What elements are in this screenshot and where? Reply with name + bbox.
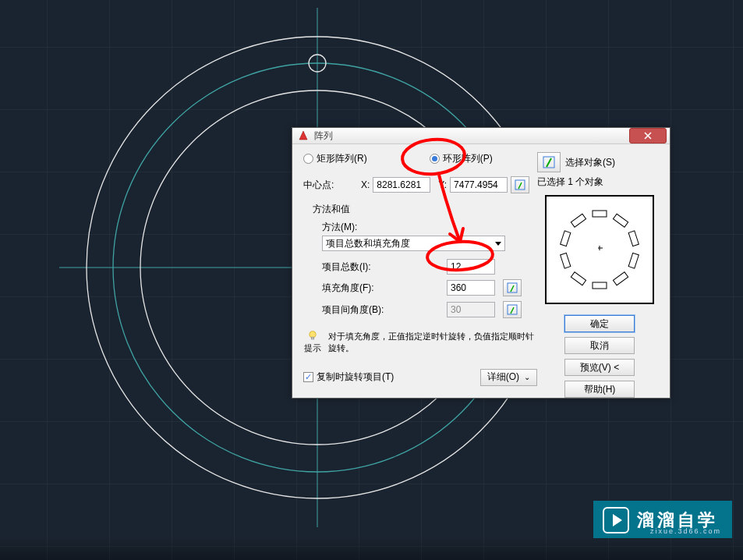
- ok-button[interactable]: 确定: [564, 315, 635, 332]
- svg-rect-12: [593, 211, 607, 217]
- svg-rect-20: [561, 231, 571, 246]
- array-preview: [545, 195, 654, 304]
- pick-point-icon: [507, 304, 518, 315]
- radio-rectangular-label: 矩形阵列(R): [317, 152, 367, 165]
- details-button[interactable]: 详细(O) ⌄: [480, 369, 537, 386]
- svg-rect-14: [628, 231, 639, 246]
- preview-button-label: 预览(V) <: [580, 361, 619, 374]
- tip-text: 对于填充角度，正值指定逆时针旋转，负值指定顺时针旋转。: [328, 331, 537, 355]
- pick-fill-angle-button[interactable]: [503, 279, 522, 296]
- x-label: X:: [361, 179, 370, 190]
- method-label: 方法(M):: [322, 221, 537, 234]
- center-y-input[interactable]: 7477.4954: [450, 177, 508, 193]
- svg-rect-17: [593, 282, 607, 289]
- method-select[interactable]: 项目总数和填充角度: [322, 236, 505, 251]
- svg-rect-21: [571, 214, 586, 227]
- fill-angle-label: 填充角度(F):: [322, 282, 416, 295]
- rotate-items-checkbox[interactable]: [303, 372, 313, 382]
- help-button-label: 帮助(H): [584, 383, 616, 396]
- array-dialog: 阵列 矩形阵列(R) 环形阵列(P) 中心点: X: 8281.6281 Y: …: [292, 127, 670, 399]
- svg-rect-13: [613, 214, 628, 227]
- cancel-button[interactable]: 取消: [564, 337, 635, 354]
- ok-button-label: 确定: [590, 317, 609, 331]
- preview-button[interactable]: 预览(V) <: [564, 359, 635, 376]
- dialog-title: 阵列: [314, 129, 333, 143]
- bottom-shadow: [0, 537, 743, 560]
- total-items-label: 项目总数(I):: [322, 261, 416, 274]
- method-select-value: 项目总数和填充角度: [326, 237, 410, 250]
- rotate-items-label: 复制时旋转项目(T): [317, 370, 394, 384]
- center-point-label: 中心点:: [303, 179, 345, 192]
- app-icon: [297, 129, 310, 142]
- fill-angle-input[interactable]: 360: [447, 280, 495, 296]
- select-objects-icon: [542, 155, 556, 169]
- pick-point-icon: [507, 282, 518, 293]
- item-angle-label: 项目间角度(B):: [322, 303, 416, 317]
- svg-point-9: [310, 331, 316, 338]
- watermark: 溜溜自学 zixue.3d66.com: [593, 501, 732, 538]
- select-objects-label: 选择对象(S): [565, 156, 615, 169]
- help-button[interactable]: 帮助(H): [564, 381, 635, 398]
- close-icon: [644, 132, 652, 140]
- lightbulb-icon: [306, 331, 320, 342]
- dialog-titlebar[interactable]: 阵列: [292, 128, 670, 144]
- tip-label: 提示: [304, 342, 321, 354]
- svg-rect-19: [561, 253, 571, 268]
- method-group-label: 方法和值: [313, 203, 537, 216]
- svg-rect-16: [613, 272, 628, 285]
- chevron-down-icon: [495, 242, 501, 246]
- radio-polar[interactable]: [430, 154, 440, 164]
- watermark-sub: zixue.3d66.com: [650, 527, 721, 535]
- total-items-input[interactable]: 12: [447, 259, 495, 275]
- svg-rect-15: [628, 253, 639, 268]
- tip-container: 提示: [303, 331, 322, 354]
- objects-selected-text: 已选择 1 个对象: [537, 175, 603, 189]
- chevron-down-icon: ⌄: [524, 373, 530, 381]
- center-x-input[interactable]: 8281.6281: [373, 177, 430, 193]
- pick-point-icon: [515, 179, 525, 190]
- cancel-button-label: 取消: [590, 339, 609, 353]
- svg-rect-18: [571, 272, 586, 285]
- close-button[interactable]: [629, 128, 667, 144]
- radio-polar-label: 环形阵列(P): [443, 152, 493, 165]
- play-icon: [603, 507, 629, 533]
- select-objects-button[interactable]: [537, 152, 561, 172]
- y-label: Y:: [438, 179, 447, 190]
- item-angle-input: 30: [447, 302, 495, 317]
- pick-item-angle-button[interactable]: [503, 301, 522, 318]
- svg-rect-10: [311, 337, 313, 339]
- radio-rectangular[interactable]: [303, 154, 313, 164]
- pick-center-button[interactable]: [511, 176, 529, 193]
- preview-icon: [547, 197, 653, 303]
- details-button-label: 详细(O): [487, 370, 519, 384]
